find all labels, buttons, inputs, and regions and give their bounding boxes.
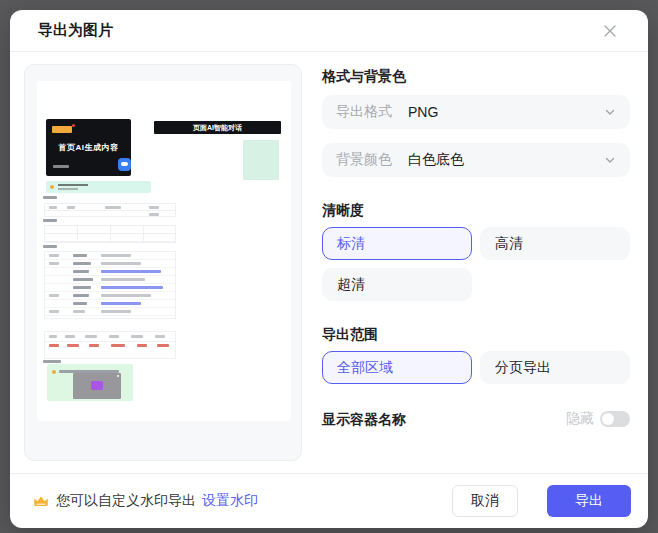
clarity-options: 标清 高清 超清	[322, 227, 630, 301]
dialog-title: 导出为图片	[38, 21, 113, 40]
watermark-hint-text: 您可以自定义水印导出	[56, 492, 196, 510]
background-color-select[interactable]: 背景颜色 白色底色	[322, 143, 630, 177]
preview-label-dash	[43, 219, 57, 222]
cancel-button[interactable]: 取消	[452, 485, 518, 517]
preview-table-grid	[44, 225, 176, 243]
mascot-icon	[118, 158, 131, 171]
clarity-option-sd[interactable]: 标清	[322, 227, 472, 260]
brand-logo	[52, 126, 72, 133]
container-name-row: 显示容器名称 隐藏	[322, 410, 630, 428]
preview-topic-bar: 页面AI智能对话	[154, 121, 281, 134]
preview-hero-title: 首页AI生成内容	[46, 143, 131, 153]
export-image-dialog: 导出为图片 首页AI生成内容 页面AI智能对话	[10, 10, 648, 528]
clarity-option-uhd[interactable]: 超清	[322, 268, 472, 301]
crown-icon	[32, 492, 50, 510]
chevron-down-icon	[604, 106, 616, 118]
preview-table-small	[44, 203, 176, 217]
preview-table-detail	[44, 251, 176, 319]
preview-label-dash	[43, 245, 57, 248]
toggle-knob	[602, 413, 614, 425]
preview-note-bar	[46, 181, 151, 193]
dialog-header: 导出为图片	[10, 10, 648, 52]
preview-label-dash	[43, 360, 61, 363]
container-name-toggle[interactable]	[600, 411, 630, 427]
toggle-state-label: 隐藏	[566, 410, 594, 428]
export-settings: 格式与背景色 导出格式 PNG 背景颜色 白色底色 清晰度 标清 高清 超清 导…	[322, 64, 630, 428]
background-color-value: 白色底色	[408, 151, 464, 169]
dialog-footer: 您可以自定义水印导出 设置水印 取消 导出	[10, 473, 648, 528]
range-section-title: 导出范围	[322, 326, 630, 343]
container-name-label: 显示容器名称	[322, 411, 406, 428]
preview-table-highlight	[44, 331, 176, 359]
background-color-label: 背景颜色	[336, 151, 408, 169]
range-options: 全部区域 分页导出	[322, 351, 630, 384]
set-watermark-link[interactable]: 设置水印	[202, 492, 258, 510]
preview-hero-subtext	[53, 165, 69, 168]
chevron-down-icon	[604, 154, 616, 166]
range-option-all[interactable]: 全部区域	[322, 351, 472, 384]
preview-screenshot-thumb	[73, 373, 121, 399]
export-format-select[interactable]: 导出格式 PNG	[322, 95, 630, 129]
export-format-label: 导出格式	[336, 103, 408, 121]
preview-hero-card: 首页AI生成内容	[46, 119, 131, 176]
clarity-option-hd[interactable]: 高清	[480, 227, 630, 260]
range-option-paged[interactable]: 分页导出	[480, 351, 630, 384]
clarity-section-title: 清晰度	[322, 202, 630, 219]
format-section-title: 格式与背景色	[322, 68, 630, 85]
preview-callout-panel	[47, 364, 133, 401]
preview-label-dash	[43, 196, 57, 199]
close-icon[interactable]	[600, 21, 620, 41]
export-preview-panel: 首页AI生成内容 页面AI智能对话	[24, 64, 302, 461]
preview-mint-block	[243, 140, 279, 180]
export-button[interactable]: 导出	[547, 485, 631, 517]
export-format-value: PNG	[408, 104, 438, 120]
